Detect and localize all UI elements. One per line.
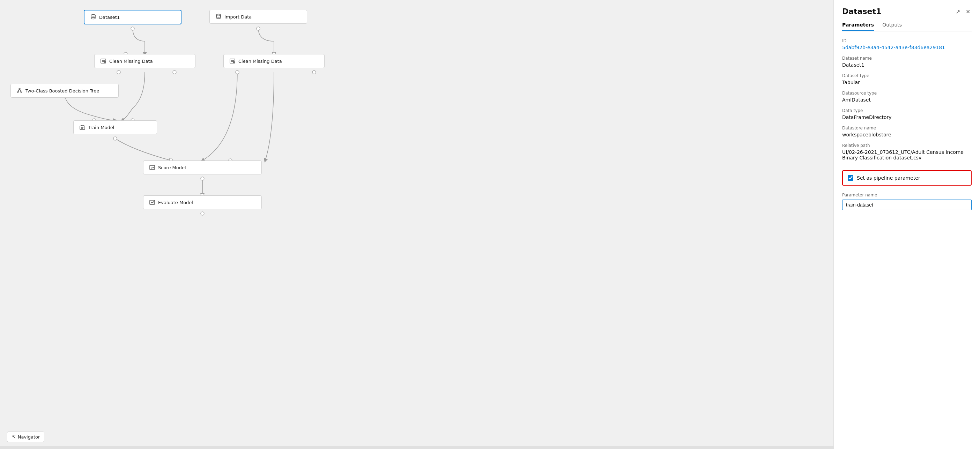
param-id-label: ID — [842, 38, 972, 43]
param-relative-path: Relative path UI/02-26-2021_073612_UTC/A… — [842, 143, 972, 160]
tab-parameters[interactable]: Parameters — [842, 22, 874, 31]
param-dataset-name-label: Dataset name — [842, 56, 972, 61]
node-clean-missing-right[interactable]: Clean Missing Data — [223, 54, 325, 68]
clean-icon-left — [100, 58, 107, 64]
node-decision-tree[interactable]: Two-Class Boosted Decision Tree — [11, 84, 119, 98]
navigator-icon: ⇱ — [11, 434, 16, 439]
svg-point-1 — [256, 27, 260, 30]
param-data-type-value: DataFrameDirectory — [842, 114, 972, 120]
close-icon: ✕ — [966, 8, 970, 15]
param-data-type-label: Data type — [842, 108, 972, 113]
node-score-model[interactable]: Score Model — [143, 160, 262, 175]
parameter-name-input[interactable] — [842, 200, 972, 210]
svg-line-32 — [18, 90, 19, 91]
node-train-model[interactable]: Train Model — [73, 121, 157, 134]
node-clean-missing-left-label: Clean Missing Data — [109, 59, 153, 64]
svg-point-0 — [131, 27, 134, 30]
svg-point-6 — [235, 70, 239, 74]
node-clean-missing-right-label: Clean Missing Data — [239, 59, 282, 64]
node-evaluate-model-label: Evaluate Model — [158, 200, 193, 205]
tab-outputs[interactable]: Outputs — [882, 22, 902, 31]
svg-line-33 — [19, 90, 21, 91]
svg-rect-37 — [150, 165, 154, 170]
close-panel-button[interactable]: ✕ — [964, 7, 972, 16]
svg-point-18 — [216, 14, 221, 16]
expand-icon: ↗ — [956, 8, 960, 15]
node-train-model-label: Train Model — [88, 125, 114, 130]
set-pipeline-param-label: Set as pipeline parameter — [857, 175, 920, 181]
node-dataset1-label: Dataset1 — [99, 15, 120, 20]
svg-point-7 — [312, 70, 316, 74]
right-panel: Dataset1 ↗ ✕ Parameters Outputs ID 5dabf… — [834, 0, 980, 449]
node-clean-missing-left[interactable]: Clean Missing Data — [94, 54, 196, 68]
param-dataset-name-value: Dataset1 — [842, 62, 972, 68]
dataset-icon — [90, 14, 96, 20]
scrollbar-track[interactable] — [0, 446, 834, 449]
panel-header: Dataset1 ↗ ✕ — [842, 7, 972, 16]
score-icon — [149, 164, 155, 171]
svg-point-16 — [200, 212, 204, 215]
navigator-button[interactable]: ⇱ Navigator — [7, 432, 45, 442]
param-id-value: 5dabf92b-e3a4-4542-a43e-f83d6ea29181 — [842, 44, 972, 50]
parameter-name-section: Parameter name — [842, 193, 972, 210]
expand-panel-button[interactable]: ↗ — [954, 7, 961, 16]
svg-line-23 — [104, 62, 105, 62]
node-import-data-label: Import Data — [224, 14, 251, 19]
node-decision-tree-label: Two-Class Boosted Decision Tree — [25, 88, 99, 94]
node-import-data[interactable]: Import Data — [209, 10, 307, 24]
navigator-label: Navigator — [18, 434, 40, 439]
svg-point-3 — [117, 70, 120, 74]
node-score-model-label: Score Model — [158, 165, 186, 170]
param-dataset-name: Dataset name Dataset1 — [842, 56, 972, 68]
svg-point-29 — [19, 88, 20, 90]
svg-point-4 — [173, 70, 176, 74]
pipeline-canvas[interactable]: Dataset1 Import Data Clean Missing Data — [0, 0, 834, 449]
parameter-name-label: Parameter name — [842, 193, 972, 197]
param-id: ID 5dabf92b-e3a4-4542-a43e-f83d6ea29181 — [842, 38, 972, 50]
node-evaluate-model[interactable]: Evaluate Model — [143, 195, 262, 209]
svg-point-13 — [200, 177, 204, 180]
param-relative-path-value: UI/02-26-2021_073612_UTC/Adult Census In… — [842, 149, 972, 160]
evaluate-icon — [149, 199, 155, 205]
param-dataset-type: Dataset type Tabular — [842, 73, 972, 85]
svg-rect-34 — [80, 126, 85, 129]
svg-point-30 — [17, 91, 19, 92]
param-datastore-name: Datastore name workspaceblobstore — [842, 125, 972, 138]
panel-header-actions: ↗ ✕ — [954, 7, 972, 16]
param-datastore-name-label: Datastore name — [842, 125, 972, 130]
tree-icon — [16, 87, 23, 94]
param-dataset-type-value: Tabular — [842, 79, 972, 85]
svg-line-28 — [234, 62, 234, 62]
param-datastore-name-value: workspaceblobstore — [842, 132, 972, 138]
panel-title: Dataset1 — [842, 7, 881, 16]
checkbox-wrapper: Set as pipeline parameter — [848, 175, 920, 181]
clean-icon-right — [229, 58, 235, 64]
set-pipeline-param-checkbox[interactable] — [848, 175, 853, 181]
train-icon — [79, 124, 86, 130]
svg-point-31 — [21, 91, 22, 92]
tabs-bar: Parameters Outputs — [842, 22, 972, 32]
svg-point-11 — [113, 137, 117, 140]
param-data-type: Data type DataFrameDirectory — [842, 108, 972, 120]
node-dataset1[interactable]: Dataset1 — [84, 10, 181, 24]
pipeline-parameter-section: Set as pipeline parameter — [842, 170, 972, 186]
svg-point-17 — [91, 15, 95, 16]
param-datasource-type: Datasource type AmlDataset — [842, 91, 972, 103]
import-icon — [215, 14, 222, 20]
param-datasource-type-value: AmlDataset — [842, 97, 972, 103]
param-datasource-type-label: Datasource type — [842, 91, 972, 95]
param-dataset-type-label: Dataset type — [842, 73, 972, 78]
param-relative-path-label: Relative path — [842, 143, 972, 148]
